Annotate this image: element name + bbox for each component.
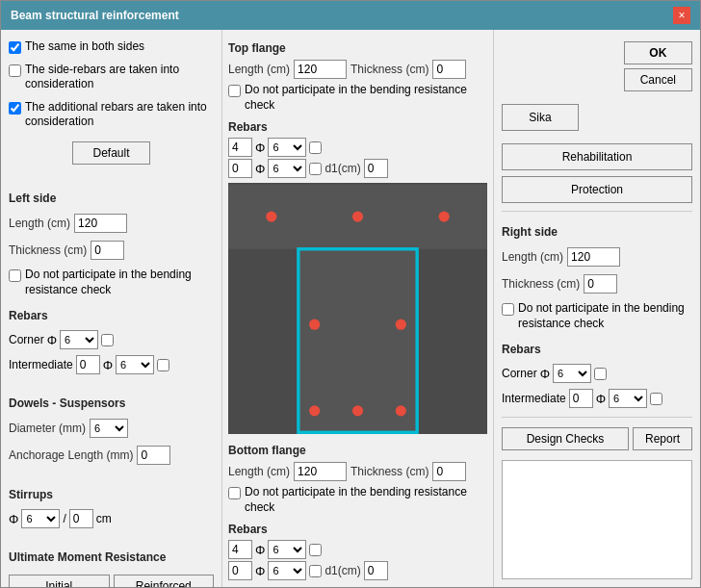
- left-corner-select[interactable]: 6810: [60, 330, 98, 349]
- right-corner-label: Corner: [502, 367, 537, 380]
- same-both-sides-label: The same in both sides: [25, 39, 144, 55]
- default-button[interactable]: Default: [72, 141, 149, 165]
- right-length-input[interactable]: [567, 247, 620, 267]
- bot-nobend-checkbox[interactable]: [228, 487, 241, 499]
- top-rebar1-row: Φ 68: [228, 138, 487, 157]
- stirrups-input[interactable]: 0: [69, 509, 93, 528]
- right-intermediate-check[interactable]: [650, 393, 662, 405]
- additional-rebars-row: The additional rebars are taken into con…: [9, 100, 214, 130]
- stirrups-slash: /: [63, 512, 65, 525]
- top-rebar1-check[interactable]: [309, 141, 322, 154]
- top-rebar1-select[interactable]: 68: [268, 138, 306, 157]
- report-button[interactable]: Report: [633, 427, 692, 450]
- reinforced-button[interactable]: Reinforced: [114, 575, 215, 587]
- design-checks-button[interactable]: Design Checks: [502, 427, 629, 450]
- ok-cancel-col: OK Cancel: [624, 41, 692, 91]
- bot-d1-input[interactable]: [364, 561, 388, 580]
- anchorage-row: Anchorage Length (mm) 0: [9, 446, 214, 465]
- report-area: [502, 460, 692, 579]
- bot-rebar1-check[interactable]: [309, 544, 322, 556]
- top-d1-label: d1(cm): [325, 162, 360, 175]
- left-intermediate-row: Intermediate 0 Φ 6810: [9, 355, 214, 374]
- anchorage-input[interactable]: 0: [137, 446, 170, 465]
- stirrups-select[interactable]: 68: [21, 509, 60, 528]
- cancel-button[interactable]: Cancel: [624, 68, 692, 91]
- svg-point-9: [352, 405, 363, 416]
- right-length-label: Length (cm): [502, 250, 563, 264]
- left-intermediate-select[interactable]: 6810: [116, 355, 154, 374]
- left-nobend-checkbox[interactable]: [9, 269, 21, 282]
- svg-point-7: [396, 320, 406, 330]
- left-intermediate-check[interactable]: [157, 359, 169, 371]
- protection-button[interactable]: Protection: [502, 176, 692, 203]
- svg-point-6: [309, 320, 320, 330]
- right-intermediate-select[interactable]: 68: [609, 389, 647, 408]
- top-rebar1-input[interactable]: [228, 138, 252, 157]
- bot-nobend-label: Do not participate in the bending resist…: [245, 485, 487, 515]
- anchorage-label: Anchorage Length (mm): [9, 448, 133, 462]
- top-rebar2-input[interactable]: [228, 159, 252, 178]
- top-rebar2-check[interactable]: [309, 163, 322, 175]
- right-intermediate-label: Intermediate: [502, 392, 566, 405]
- right-nobend-label: Do not participate in the bending resist…: [518, 301, 692, 331]
- side-rebars-checkbox[interactable]: [9, 64, 21, 77]
- left-nobend-label: Do not participate in the bending resist…: [25, 268, 214, 297]
- right-corner-select[interactable]: 68: [553, 364, 591, 383]
- left-length-row: Length (cm) 120: [9, 214, 214, 233]
- bot-thickness-input[interactable]: [432, 462, 466, 481]
- left-panel: The same in both sides The side-rebars a…: [1, 30, 222, 587]
- same-both-sides-checkbox[interactable]: [9, 41, 21, 54]
- top-nobend-label: Do not participate in the bending resist…: [245, 83, 487, 113]
- top-thickness-input[interactable]: [432, 60, 466, 79]
- left-intermediate-input[interactable]: 0: [76, 355, 100, 374]
- left-thickness-row: Thickness (cm) 0: [9, 241, 214, 260]
- close-button[interactable]: ×: [673, 7, 690, 24]
- center-panel: Top flange Length (cm) Thickness (cm) Do…: [222, 30, 493, 587]
- left-intermediate-phi: Φ: [103, 358, 113, 372]
- side-rebars-label: The side-rebars are taken into considera…: [25, 63, 214, 92]
- top-nobend-checkbox[interactable]: [228, 85, 241, 97]
- right-nobend-checkbox[interactable]: [502, 303, 514, 316]
- top-length-input[interactable]: [294, 60, 347, 79]
- top-rebars-title: Rebars: [228, 120, 487, 134]
- bot-rebar2-row: Φ 68 d1(cm): [228, 561, 487, 580]
- bot-length-label: Length (cm): [228, 465, 290, 478]
- diameter-label: Diameter (mm): [9, 422, 86, 435]
- right-intermediate-input[interactable]: [569, 389, 593, 408]
- left-corner-check[interactable]: [101, 334, 114, 346]
- initial-button[interactable]: Initial: [9, 575, 110, 587]
- bot-rebar2-select[interactable]: 68: [268, 561, 306, 580]
- top-length-row: Length (cm) Thickness (cm): [228, 60, 487, 79]
- right-rebars-title: Rebars: [502, 343, 692, 356]
- top-nobend-row: Do not participate in the bending resist…: [228, 83, 487, 113]
- bot-rebar2-check[interactable]: [309, 565, 322, 577]
- sika-button[interactable]: Sika: [502, 104, 579, 131]
- svg-point-10: [396, 405, 406, 416]
- additional-rebars-checkbox[interactable]: [9, 102, 21, 115]
- ok-button[interactable]: OK: [624, 41, 692, 64]
- right-side-title: Right side: [502, 225, 692, 239]
- right-thickness-label: Thickness (cm): [502, 277, 580, 291]
- left-corner-row: Corner Φ 6810: [9, 330, 214, 349]
- bot-rebar2-input[interactable]: [228, 561, 252, 580]
- diameter-select[interactable]: 68: [90, 419, 128, 438]
- left-intermediate-label: Intermediate: [9, 358, 73, 371]
- bot-rebar1-select[interactable]: 68: [268, 540, 306, 559]
- same-both-sides-row: The same in both sides: [9, 39, 214, 55]
- right-panel: OK Cancel Sika Rehabilitation Protection…: [493, 30, 700, 587]
- left-length-input[interactable]: 120: [74, 214, 127, 233]
- top-rebar2-select[interactable]: 68: [268, 159, 306, 178]
- side-rebars-row: The side-rebars are taken into considera…: [9, 63, 214, 92]
- bot-d1-label: d1(cm): [325, 564, 360, 577]
- beam-svg: [228, 183, 487, 434]
- rehabilitation-button[interactable]: Rehabilitation: [502, 143, 692, 170]
- top-d1-input[interactable]: [364, 159, 388, 178]
- right-length-row: Length (cm): [502, 247, 692, 267]
- left-thickness-input[interactable]: 0: [91, 241, 124, 260]
- left-corner-label: Corner: [9, 333, 44, 346]
- right-corner-check[interactable]: [594, 368, 607, 380]
- right-thickness-input[interactable]: [584, 274, 617, 294]
- bot-rebar1-input[interactable]: [228, 540, 252, 559]
- bot-length-input[interactable]: [294, 462, 347, 481]
- right-corner-row: Corner Φ 68: [502, 364, 692, 383]
